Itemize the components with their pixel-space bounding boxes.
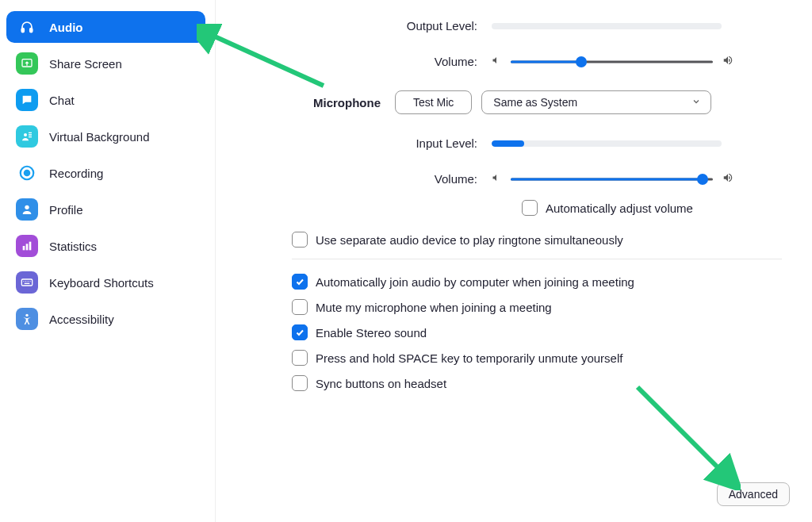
share-screen-icon [16,52,38,75]
sidebar-item-label: Keyboard Shortcuts [49,276,154,290]
microphone-device-selected: Same as System [493,96,577,109]
profile-icon [16,198,38,221]
recording-icon [16,162,38,184]
sidebar-item-label: Profile [49,203,83,217]
sidebar-item-share-screen[interactable]: Share Screen [6,48,205,79]
svg-point-6 [25,205,29,209]
chevron-down-icon [691,96,701,109]
svg-rect-8 [26,244,29,250]
input-level-label: Input Level: [254,136,492,150]
svg-point-5 [25,171,29,175]
sidebar-item-accessibility[interactable]: Accessibility [6,303,205,335]
settings-sidebar: AudioShare ScreenChatVirtual BackgroundR… [0,0,216,522]
speaker-low-icon [492,173,501,185]
keyboard-icon [16,271,38,294]
sidebar-item-statistics[interactable]: Statistics [6,230,205,262]
sync-headset-checkbox[interactable]: Sync buttons on headset [292,375,782,391]
svg-rect-9 [29,242,32,251]
svg-point-3 [24,133,27,136]
mute-on-join-checkbox[interactable]: Mute my microphone when joining a meetin… [292,299,782,315]
input-volume-slider[interactable] [511,173,713,186]
sidebar-item-audio[interactable]: Audio [6,11,205,43]
microphone-section-label: Microphone [254,96,395,109]
option-label: Enable Stereo sound [316,326,427,340]
sidebar-item-label: Audio [49,21,83,34]
accessibility-icon [16,308,38,330]
svg-rect-15 [25,283,30,284]
sidebar-item-chat[interactable]: Chat [6,84,205,116]
svg-point-12 [25,281,26,282]
option-label: Automatically join audio by computer whe… [316,275,634,289]
option-label: Use separate audio device to play ringto… [316,233,623,247]
audio-settings-panel: Output Level: Volume: Microphone Test [222,0,812,522]
input-level-meter [492,140,722,147]
option-label: Sync buttons on headset [316,377,446,390]
test-mic-button[interactable]: Test Mic [395,90,472,114]
svg-point-11 [23,281,24,282]
svg-point-16 [25,314,28,317]
output-level-label: Output Level: [254,19,492,33]
auto-join-audio-checkbox[interactable]: Automatically join audio by computer whe… [292,274,782,290]
sidebar-item-label: Share Screen [49,57,122,71]
input-volume-label: Volume: [254,172,492,186]
option-label: Mute my microphone when joining a meetin… [316,301,552,314]
advanced-button[interactable]: Advanced [717,482,790,506]
svg-point-14 [29,281,30,282]
chat-icon [16,89,38,111]
sidebar-item-label: Recording [49,167,103,180]
sidebar-item-recording[interactable]: Recording [6,157,205,189]
speaker-high-icon [722,172,733,186]
statistics-icon [16,235,38,257]
output-volume-slider[interactable] [511,56,713,68]
auto-adjust-volume-label: Automatically adjust volume [546,202,693,215]
speaker-high-icon [722,55,733,68]
output-level-meter [492,23,722,29]
sidebar-item-label: Virtual Background [49,130,149,144]
svg-rect-0 [21,29,24,33]
option-label: Press and hold SPACE key to temporarily … [316,351,622,365]
svg-point-13 [28,281,29,282]
divider [292,259,782,259]
svg-rect-10 [21,279,32,286]
sidebar-item-keyboard-shortcuts[interactable]: Keyboard Shortcuts [6,267,205,298]
auto-adjust-volume-checkbox[interactable]: Automatically adjust volume [522,200,782,216]
output-volume-label: Volume: [254,55,492,68]
sidebar-item-label: Chat [49,94,75,107]
sidebar-item-label: Statistics [49,240,97,253]
sidebar-item-profile[interactable]: Profile [6,194,205,225]
headphones-icon [16,16,38,38]
virtual-bg-icon [16,125,38,148]
sidebar-item-label: Accessibility [49,313,114,326]
separate-ringtone-checkbox[interactable]: Use separate audio device to play ringto… [292,232,782,248]
enable-stereo-checkbox[interactable]: Enable Stereo sound [292,324,782,340]
microphone-device-select[interactable]: Same as System [481,90,711,114]
speaker-low-icon [492,56,501,67]
svg-rect-1 [30,29,33,33]
space-unmute-checkbox[interactable]: Press and hold SPACE key to temporarily … [292,350,782,366]
svg-rect-7 [23,246,25,250]
sidebar-item-virtual-background[interactable]: Virtual Background [6,121,205,152]
